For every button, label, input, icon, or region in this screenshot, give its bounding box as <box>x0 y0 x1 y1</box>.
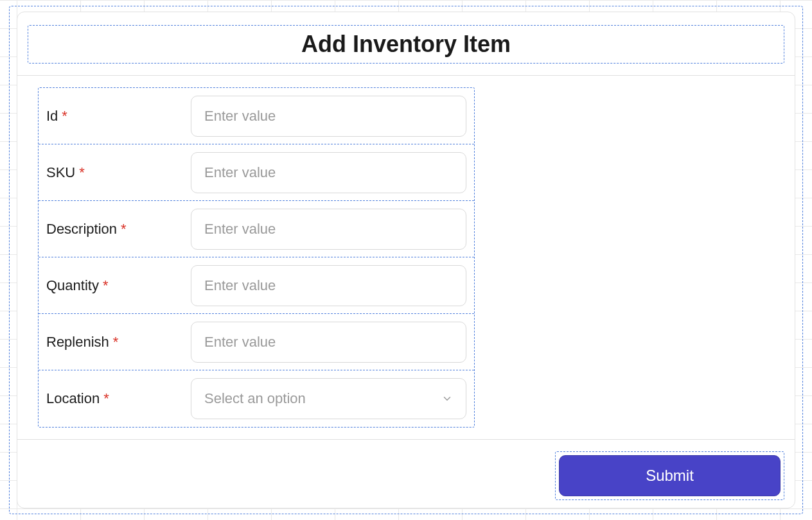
title-outline: Add Inventory Item <box>28 25 784 64</box>
replenish-input[interactable] <box>191 322 466 363</box>
select-placeholder: Select an option <box>204 390 306 407</box>
label-sku: SKU * <box>46 164 191 181</box>
chevron-down-icon <box>441 393 453 404</box>
label-id: Id * <box>46 108 191 125</box>
field-row-id: Id * <box>39 88 474 144</box>
form-card: Add Inventory Item Id * SKU * <box>17 12 795 508</box>
label-text: Quantity <box>46 277 99 294</box>
required-indicator: * <box>79 164 85 181</box>
label-text: Id <box>46 108 58 125</box>
required-indicator: * <box>113 334 119 351</box>
id-input[interactable] <box>191 96 466 137</box>
label-text: Location <box>46 390 100 407</box>
required-indicator: * <box>103 390 109 407</box>
label-text: Description <box>46 221 117 238</box>
quantity-input[interactable] <box>191 265 466 306</box>
label-quantity: Quantity * <box>46 277 191 294</box>
label-replenish: Replenish * <box>46 334 191 351</box>
page-title: Add Inventory Item <box>28 31 784 58</box>
label-location: Location * <box>46 390 191 407</box>
required-indicator: * <box>103 277 109 294</box>
required-indicator: * <box>121 221 127 238</box>
label-text: SKU <box>46 164 75 181</box>
submit-button[interactable]: Submit <box>559 455 781 496</box>
sku-input[interactable] <box>191 152 466 193</box>
field-row-location: Location * Select an option <box>39 370 474 427</box>
description-input[interactable] <box>191 209 466 250</box>
location-select[interactable]: Select an option <box>191 378 466 419</box>
field-row-sku: SKU * <box>39 144 474 201</box>
card-header: Add Inventory Item <box>17 12 795 76</box>
submit-outline: Submit <box>555 451 784 500</box>
field-row-quantity: Quantity * <box>39 257 474 314</box>
label-description: Description * <box>46 221 191 238</box>
label-text: Replenish <box>46 334 109 351</box>
card-body: Id * SKU * Description * <box>17 76 795 439</box>
field-row-description: Description * <box>39 201 474 257</box>
card-footer: Submit <box>17 439 795 512</box>
required-indicator: * <box>62 108 67 125</box>
field-row-replenish: Replenish * <box>39 314 474 370</box>
form-area: Id * SKU * Description * <box>38 87 475 428</box>
